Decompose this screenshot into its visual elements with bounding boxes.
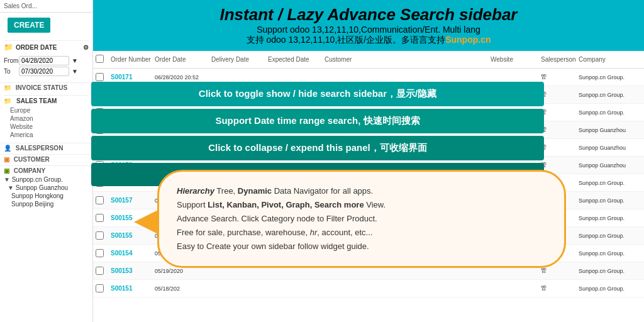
team-america[interactable]: America — [8, 131, 85, 139]
date-to-input[interactable] — [19, 67, 69, 76]
order-link[interactable]: S00171 — [111, 74, 132, 80]
sales-team-header[interactable]: 📁 SALES TEAM — [4, 95, 89, 106]
row-sales: 管 — [541, 126, 579, 134]
info-hierarchy: Hierarchy — [177, 186, 214, 196]
company-child-1a[interactable]: Sunpop Hongkong — [0, 192, 92, 200]
row-checkbox[interactable] — [96, 196, 104, 204]
row-check — [96, 73, 111, 81]
row-company: Sunpop.cn Group. — [579, 233, 641, 239]
banner-highlight: Sunpop.cn — [445, 35, 491, 45]
invoice-status-section[interactable]: 📁 INVOICE STATUS — [0, 82, 92, 92]
customer-person-icon: ▣ — [4, 156, 9, 163]
order-link[interactable]: S00155 — [111, 232, 132, 239]
company-child-1[interactable]: ▼ Sunpop Guanzhou — [0, 184, 92, 192]
header-check — [96, 55, 111, 64]
row-company: Sunpop.cn Group. — [579, 92, 641, 98]
sales-team-list: Europe Amazon Website America — [4, 106, 89, 139]
row-date: 06/28/2020 20:52 — [155, 74, 211, 80]
sales-order-label: Sales Ord... — [4, 3, 37, 9]
sales-folder-icon: 📁 — [4, 97, 11, 104]
row-company: Sunpop.cn Group. — [579, 74, 641, 80]
row-check — [96, 196, 111, 204]
order-link[interactable]: S00151 — [111, 285, 132, 292]
row-sales: 管 — [541, 143, 579, 152]
banner-title: Instant / Lazy Advance Search sidebar — [103, 5, 634, 25]
date-from-row: From ▼ — [4, 56, 89, 65]
row-company: Sunpop Guanzhou — [579, 127, 641, 133]
company-parent[interactable]: ▼ Sunpop.cn Group. — [0, 175, 92, 184]
row-check — [96, 284, 111, 292]
customer-section[interactable]: ▣ CUSTOMER — [0, 154, 92, 164]
row-company: Sunpop.cn Group. — [579, 197, 641, 204]
header-delivery[interactable]: Delivery Date — [211, 56, 268, 63]
create-section: CREATE — [0, 13, 92, 38]
team-website[interactable]: Website — [8, 123, 85, 131]
top-banner: Instant / Lazy Advance Search sidebar Su… — [93, 0, 644, 51]
row-sales: 管 — [541, 161, 579, 169]
company-label: COMPANY — [14, 167, 45, 174]
row-check — [96, 267, 111, 275]
team-europe[interactable]: Europe — [8, 106, 85, 114]
row-checkbox[interactable] — [96, 214, 104, 222]
row-company: Sunpop Guanzhou — [579, 162, 641, 169]
row-checkbox[interactable] — [96, 231, 104, 240]
row-order[interactable]: S00153 — [111, 267, 155, 274]
invoice-status-label: INVOICE STATUS — [16, 84, 67, 91]
header-order[interactable]: Order Number — [111, 56, 155, 63]
row-sales: 管 — [541, 73, 579, 81]
salesperson-section[interactable]: 👤 SALESPERSON — [0, 143, 92, 153]
row-order[interactable]: S00151 — [111, 285, 155, 292]
order-link[interactable]: S00157 — [111, 197, 132, 204]
select-all-checkbox[interactable] — [96, 55, 104, 63]
row-company: Sunpop Guanzhou — [579, 145, 641, 151]
row-order[interactable]: S00171 — [111, 74, 155, 80]
feature-card-1: Support Date time range search, 快速时间搜索 — [91, 109, 544, 133]
sidebar: Sales Ord... CREATE 📁 ORDER DATE ⚙ From … — [0, 0, 93, 322]
row-check — [96, 231, 111, 240]
order-link[interactable]: S00154 — [111, 250, 132, 257]
date-from-input[interactable] — [19, 56, 69, 65]
company-child-1b[interactable]: Sunpop Beijing — [0, 200, 92, 208]
table-header: Order Number Order Date Delivery Date Ex… — [93, 51, 644, 69]
row-order[interactable]: S00154 — [111, 250, 155, 257]
row-checkbox[interactable] — [96, 284, 104, 292]
calendar-icon: ▼ — [72, 57, 78, 64]
table-row: S00151 05/18/202 管 Sunpop.cn Group. — [93, 280, 644, 297]
header-website[interactable]: Website — [491, 56, 541, 63]
team-amazon[interactable]: Amazon — [8, 114, 85, 123]
info-text: Hierarchy Tree, Dynamic Data Navigator f… — [177, 184, 547, 253]
row-checkbox[interactable] — [96, 249, 104, 257]
create-button[interactable]: CREATE — [8, 18, 50, 33]
folder-icon: 📁 — [4, 43, 13, 52]
row-company: Sunpop.cn Group. — [579, 180, 641, 186]
info-dynamic: Dynamic — [238, 186, 272, 196]
row-date: 05/18/202 — [155, 286, 211, 292]
row-checkbox[interactable] — [96, 267, 104, 275]
row-date: 05/19/2020 — [155, 268, 211, 274]
header-expected[interactable]: Expected Date — [268, 56, 325, 63]
header-customer[interactable]: Customer — [325, 56, 491, 63]
banner-subtitle2: 支持 odoo 13,12,11,10,社区版/企业版。多语言支持Sunpop.… — [103, 35, 634, 46]
row-sales: 管 — [541, 267, 579, 275]
feature-card-2: Click to collapse / expend this panel，可收… — [91, 136, 544, 160]
order-link[interactable]: S00153 — [111, 267, 132, 274]
sales-team-section: 📁 SALES TEAM Europe Amazon Website Ameri… — [0, 92, 92, 142]
row-company: Sunpop.cn Group. — [579, 109, 641, 116]
date-range: From ▼ To ▼ — [4, 53, 89, 79]
header-date[interactable]: Order Date — [155, 56, 211, 63]
settings-icon: ⚙ — [83, 44, 89, 51]
row-company: Sunpop.cn Group. — [579, 286, 641, 292]
order-date-header[interactable]: 📁 ORDER DATE ⚙ — [4, 40, 89, 53]
row-sales: 管 — [541, 91, 579, 99]
sidebar-header: Sales Ord... — [0, 0, 92, 13]
row-check — [96, 249, 111, 257]
info-bubble: Hierarchy Tree, Dynamic Data Navigator f… — [157, 170, 566, 268]
banner-subtitle1: Support odoo 13,12,11,10,Communication/E… — [103, 25, 634, 35]
order-link[interactable]: S00155 — [111, 214, 132, 221]
company-section[interactable]: ▣ COMPANY — [0, 165, 92, 175]
date-to-row: To ▼ — [4, 67, 89, 76]
header-sales[interactable]: Salesperson — [541, 56, 579, 63]
row-order[interactable]: S00157 — [111, 197, 155, 204]
row-checkbox[interactable] — [96, 73, 104, 81]
header-company[interactable]: Company — [579, 56, 641, 63]
